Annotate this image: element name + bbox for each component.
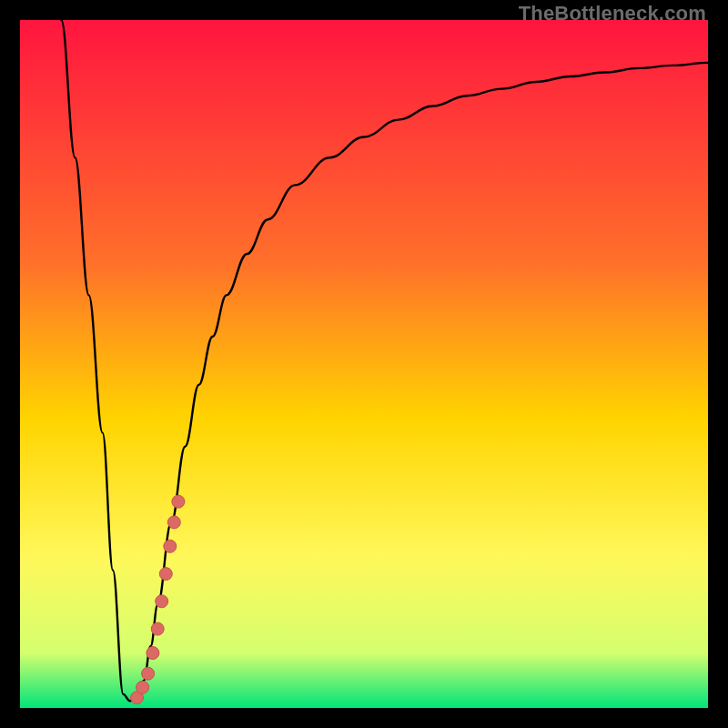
marker-dot bbox=[159, 568, 172, 581]
bottleneck-chart bbox=[20, 20, 708, 708]
marker-dot bbox=[136, 681, 149, 693]
marker-dot bbox=[167, 516, 180, 529]
marker-dot bbox=[172, 495, 185, 508]
watermark-text: TheBottleneck.com bbox=[519, 2, 706, 25]
chart-frame: TheBottleneck.com bbox=[0, 0, 728, 728]
marker-dot bbox=[151, 622, 164, 635]
marker-dot bbox=[156, 595, 168, 608]
marker-dot bbox=[147, 647, 159, 660]
gradient-background bbox=[20, 20, 708, 708]
marker-dot bbox=[164, 540, 177, 552]
marker-dot bbox=[142, 667, 155, 680]
